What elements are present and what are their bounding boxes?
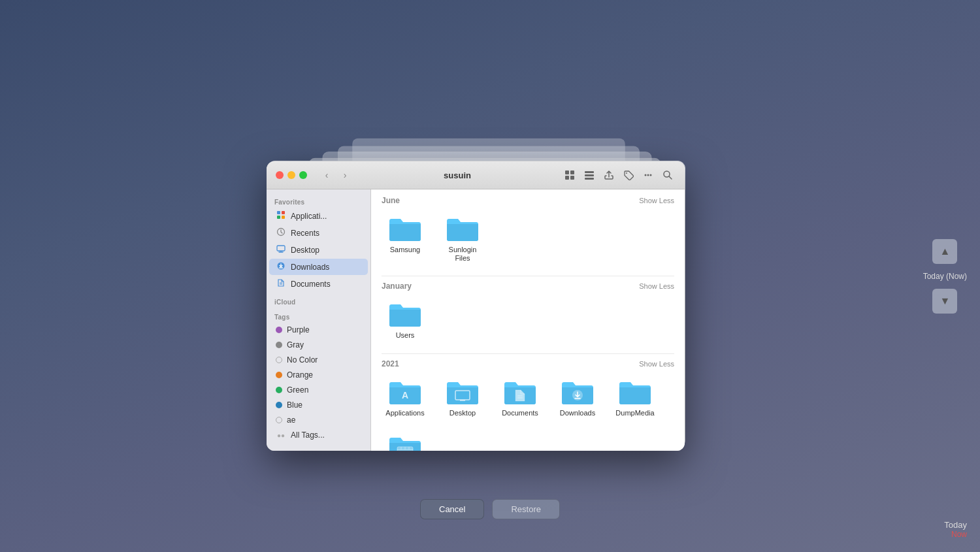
divider-2 (382, 353, 674, 354)
toolbar-actions (562, 168, 676, 182)
no-color-label: No Color (287, 355, 318, 365)
sidebar-item-downloads[interactable]: Downloads (269, 259, 368, 275)
svg-rect-2 (565, 176, 569, 180)
time-up-button[interactable]: ▲ (932, 239, 957, 264)
finder-body: Favorites Applicati... (267, 189, 685, 451)
2021-folder-grid: A Applications (382, 375, 674, 451)
toolbar-nav: ‹ › (319, 168, 353, 182)
sidebar-item-documents[interactable]: Documents (269, 276, 368, 292)
section-june: June Show Less Samsung (382, 196, 674, 265)
ae-label: ae (287, 415, 295, 425)
time-panel: ▲ Today (Now) ▼ (923, 239, 967, 314)
svg-rect-15 (277, 216, 280, 219)
sidebar-tag-purple[interactable]: Purple (269, 323, 368, 337)
now-label: Now (944, 530, 967, 539)
orange-label: Orange (287, 370, 313, 380)
downloads-label: Downloads (291, 263, 329, 272)
sidebar-tag-no-color[interactable]: No Color (269, 353, 368, 367)
finder-toolbar: ‹ › susuin (267, 161, 685, 189)
applications-2021-label: Applications (385, 409, 424, 417)
folder-users[interactable]: Users (382, 297, 429, 342)
dumpmedia-2021-label: DumpMedia (615, 409, 654, 417)
sidebar-item-recents[interactable]: Recents (269, 225, 368, 241)
more-icon[interactable] (640, 168, 656, 182)
finder-window: ‹ › susuin (267, 161, 685, 451)
sidebar-tag-all-tags[interactable]: ●● All Tags... (269, 428, 368, 442)
sidebar-tag-gray[interactable]: Gray (269, 338, 368, 352)
documents-label: Documents (291, 280, 331, 289)
view-grid-icon[interactable] (562, 168, 578, 182)
time-down-button[interactable]: ▼ (932, 289, 957, 314)
close-button[interactable] (276, 171, 284, 179)
january-folder-grid: Users (382, 297, 674, 342)
downloads-folder-icon (561, 378, 595, 406)
cancel-button[interactable]: Cancel (420, 499, 484, 519)
section-january: January Show Less Users (382, 282, 674, 342)
svg-rect-16 (282, 216, 285, 219)
view-list-icon[interactable] (581, 168, 597, 182)
green-dot (276, 387, 282, 393)
today-now-label: Today (Now) (923, 272, 967, 281)
finder-content: June Show Less Samsung (371, 189, 685, 451)
sidebar-item-applications[interactable]: Applicati... (269, 208, 368, 224)
blue-label: Blue (287, 400, 302, 410)
svg-point-10 (650, 174, 652, 176)
bottom-right-time: Today Now (944, 520, 967, 539)
ae-dot (276, 417, 282, 423)
june-folder-grid: Samsung Sunlogin Files (382, 212, 674, 265)
section-june-header: June Show Less (382, 196, 674, 205)
folder-dumpmedia-2021[interactable]: DumpMedia (612, 375, 659, 420)
section-january-header: January Show Less (382, 282, 674, 291)
downloads-2021-label: Downloads (560, 409, 595, 417)
folder-samsung[interactable]: Samsung (382, 212, 429, 265)
svg-rect-3 (570, 176, 574, 180)
users-folder-icon (388, 300, 422, 329)
svg-rect-13 (277, 211, 280, 214)
purple-dot (276, 327, 282, 333)
icloud-label: iCloud (267, 296, 370, 307)
folder-applications-2021[interactable]: A Applications (382, 375, 429, 420)
sidebar-item-desktop[interactable]: Desktop (269, 242, 368, 258)
today-label: Today (944, 520, 967, 530)
samsung-folder-icon (388, 214, 422, 243)
january-show-less[interactable]: Show Less (639, 282, 674, 290)
no-color-dot (276, 357, 282, 363)
search-icon[interactable] (660, 168, 676, 182)
gray-label: Gray (287, 340, 304, 349)
all-tags-label: All Tags... (291, 430, 325, 440)
bottom-buttons: Cancel Restore (420, 499, 560, 519)
green-label: Green (287, 385, 308, 395)
purple-label: Purple (287, 325, 310, 334)
sidebar-tag-green[interactable]: Green (269, 383, 368, 397)
svg-rect-6 (585, 178, 594, 180)
sidebar-tag-ae[interactable]: ae (269, 413, 368, 427)
folder-desktop-2021[interactable]: Desktop (439, 375, 486, 420)
back-button[interactable]: ‹ (319, 168, 335, 182)
restore-button[interactable]: Restore (492, 499, 560, 519)
2021-title: 2021 (382, 359, 399, 368)
maximize-button[interactable] (299, 171, 307, 179)
dumpmedia-folder-icon (618, 378, 652, 406)
svg-point-9 (647, 174, 649, 176)
applications-folder-icon: A (388, 378, 422, 406)
sidebar-tag-blue[interactable]: Blue (269, 398, 368, 412)
sidebar-tag-orange[interactable]: Orange (269, 368, 368, 382)
minimize-button[interactable] (287, 171, 295, 179)
folder-downloads-2021[interactable]: Downloads (554, 375, 601, 420)
svg-line-12 (669, 176, 672, 179)
recents-label: Recents (291, 229, 319, 238)
downloads-icon (276, 261, 286, 272)
favorites-label: Favorites (267, 196, 370, 207)
gray-dot (276, 342, 282, 348)
folder-documents-2021[interactable]: Documents (497, 375, 544, 420)
recents-icon (276, 227, 286, 238)
folder-movies-2021[interactable]: Movies (382, 430, 429, 451)
tag-icon[interactable] (621, 168, 636, 182)
2021-show-less[interactable]: Show Less (639, 360, 674, 368)
june-show-less[interactable]: Show Less (639, 197, 674, 204)
share-icon[interactable] (601, 168, 617, 182)
blue-dot (276, 402, 282, 408)
folder-sunlogin[interactable]: Sunlogin Files (439, 212, 486, 265)
forward-button[interactable]: › (337, 168, 353, 182)
desktop-icon (276, 244, 286, 255)
